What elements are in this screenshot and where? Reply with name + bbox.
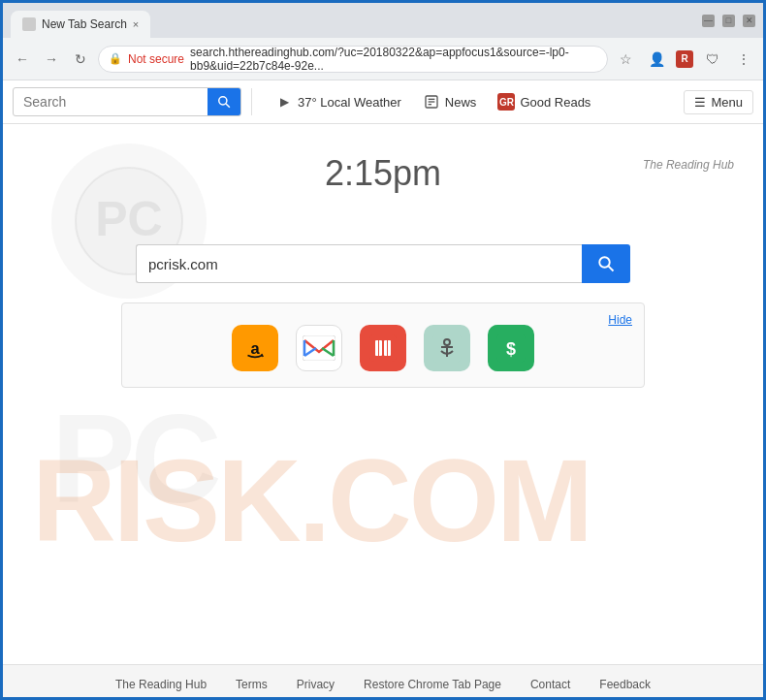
site-toolbar: ▶ 37° Local Weather News GR Good Reads ☰… bbox=[3, 80, 763, 124]
tab-close-button[interactable]: × bbox=[133, 18, 139, 30]
footer-feedback[interactable]: Feedback bbox=[599, 678, 651, 691]
main-search-wrap bbox=[136, 244, 630, 283]
news-label: News bbox=[445, 95, 477, 110]
brand-label: The Reading Hub bbox=[643, 158, 734, 172]
nav-links: ▶ 37° Local Weather News GR Good Reads bbox=[266, 89, 600, 114]
shield-icon[interactable]: 🛡 bbox=[701, 48, 724, 71]
reload-button[interactable]: ↻ bbox=[69, 48, 92, 71]
toolbar-search-input[interactable] bbox=[14, 94, 207, 110]
footer-privacy[interactable]: Privacy bbox=[297, 678, 335, 691]
address-text: search.hthereadinghub.com/?uc=20180322&a… bbox=[190, 46, 597, 73]
menu-dots-icon[interactable]: ⋮ bbox=[732, 48, 755, 71]
quicklink-amazon[interactable]: a bbox=[232, 325, 278, 371]
close-button[interactable]: ✕ bbox=[743, 15, 755, 27]
svg-text:$: $ bbox=[506, 339, 516, 359]
minimize-button[interactable]: — bbox=[702, 15, 715, 27]
not-secure-label: Not secure bbox=[128, 52, 184, 66]
quicklink-gmail[interactable] bbox=[296, 325, 342, 371]
quicklink-anchor[interactable] bbox=[424, 325, 470, 371]
window-controls: — □ ✕ bbox=[702, 15, 755, 27]
svg-point-8 bbox=[599, 257, 610, 268]
extension-icon[interactable]: R bbox=[676, 50, 693, 68]
quicklinks-icons: a bbox=[138, 319, 628, 371]
footer: The Reading Hub Terms Privacy Restore Ch… bbox=[3, 664, 763, 700]
goodreads-icon: GR bbox=[497, 93, 515, 111]
main-search-input[interactable] bbox=[136, 244, 582, 283]
menu-hamburger-icon: ☰ bbox=[694, 95, 706, 110]
forward-button[interactable]: → bbox=[40, 48, 63, 71]
lock-icon: 🔒 bbox=[109, 52, 122, 65]
tab-bar: New Tab Search × bbox=[11, 3, 694, 38]
back-button[interactable]: ← bbox=[11, 48, 34, 71]
quicklink-dollar[interactable]: $ bbox=[488, 325, 534, 371]
main-search-button[interactable] bbox=[582, 244, 630, 283]
address-icons: ☆ 👤 R 🛡 ⋮ bbox=[614, 48, 755, 71]
address-input-wrap[interactable]: 🔒 Not secure search.hthereadinghub.com/?… bbox=[98, 46, 608, 73]
main-content: PC PC RISK.COM 2:15pm The Reading Hub Hi… bbox=[3, 124, 763, 664]
footer-terms[interactable]: Terms bbox=[236, 678, 268, 691]
quicklink-readly[interactable] bbox=[360, 325, 406, 371]
hide-link[interactable]: Hide bbox=[608, 313, 632, 327]
news-icon bbox=[423, 93, 440, 111]
weather-icon: ▶ bbox=[275, 93, 293, 111]
browser-frame: New Tab Search × — □ ✕ ← → ↻ 🔒 Not secur… bbox=[3, 3, 763, 700]
goodreads-label: Good Reads bbox=[520, 95, 590, 110]
svg-rect-17 bbox=[369, 334, 397, 362]
quicklinks-box: Hide a bbox=[121, 302, 645, 388]
menu-label: Menu bbox=[711, 95, 743, 110]
watermark-pc-text: PC bbox=[51, 386, 217, 531]
svg-rect-20 bbox=[378, 340, 379, 356]
toolbar-search-button[interactable] bbox=[207, 87, 240, 116]
svg-rect-12 bbox=[303, 335, 335, 361]
weather-label: 37° Local Weather bbox=[298, 95, 401, 110]
watermark-risk-com-text: RISK.COM bbox=[32, 433, 590, 567]
address-bar: ← → ↻ 🔒 Not secure search.hthereadinghub… bbox=[3, 38, 763, 80]
time-display: 2:15pm bbox=[325, 153, 441, 194]
goodreads-link[interactable]: GR Good Reads bbox=[488, 89, 600, 114]
bookmark-icon[interactable]: ☆ bbox=[614, 48, 637, 71]
footer-reading-hub[interactable]: The Reading Hub bbox=[115, 678, 207, 691]
news-link[interactable]: News bbox=[413, 89, 487, 114]
menu-button[interactable]: ☰ Menu bbox=[684, 90, 753, 114]
svg-line-1 bbox=[226, 104, 230, 108]
svg-line-9 bbox=[609, 267, 614, 271]
footer-restore-chrome[interactable]: Restore Chrome Tab Page bbox=[364, 678, 501, 691]
svg-point-0 bbox=[219, 97, 227, 105]
tab-title: New Tab Search bbox=[42, 17, 127, 31]
svg-rect-21 bbox=[387, 340, 388, 356]
footer-contact[interactable]: Contact bbox=[530, 678, 570, 691]
content-overlay: 2:15pm The Reading Hub Hide a bbox=[3, 124, 763, 388]
toolbar-separator bbox=[251, 88, 252, 115]
maximize-button[interactable]: □ bbox=[722, 15, 735, 27]
title-bar: New Tab Search × — □ ✕ bbox=[3, 3, 763, 38]
svg-text:a: a bbox=[250, 339, 260, 357]
profile-icon[interactable]: 👤 bbox=[645, 48, 668, 71]
toolbar-search-wrap[interactable] bbox=[13, 87, 241, 116]
active-tab[interactable]: New Tab Search × bbox=[11, 11, 150, 38]
tab-favicon bbox=[22, 17, 36, 31]
weather-link[interactable]: ▶ 37° Local Weather bbox=[266, 89, 411, 114]
